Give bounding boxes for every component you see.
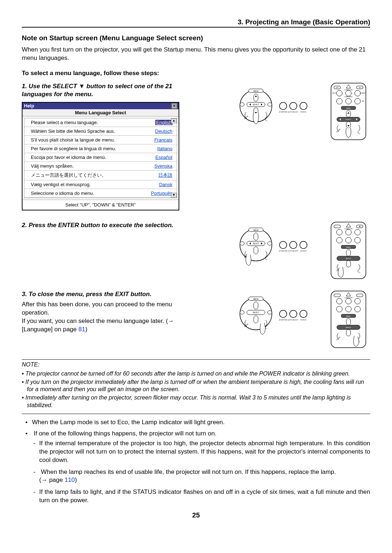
- note-item: If you turn on the projector immediately…: [22, 378, 370, 394]
- menu-prompt: Please select a menu language.: [31, 120, 98, 125]
- svg-text:MENU: MENU: [346, 315, 351, 317]
- svg-text:COMPONENT: COMPONENT: [344, 96, 353, 98]
- note-item: The projector cannot be turned off for 6…: [22, 370, 370, 378]
- menu-button-label: MENU: [253, 90, 259, 92]
- svg-text:SOURCE: SOURCE: [300, 111, 306, 113]
- svg-rect-68: [334, 225, 340, 228]
- svg-text:VIDEO: VIDEO: [332, 93, 336, 94]
- svg-text:AUTO ADJUST: AUTO ADJUST: [288, 319, 298, 321]
- section-header: 3. Projecting an Image (Basic Operation): [22, 18, 370, 28]
- menu-item-english[interactable]: Please select a menu language. English: [24, 118, 177, 127]
- note-label: NOTE:: [22, 361, 40, 368]
- menu-language-dialog: Help × Menu Language Select ▲ Please sel…: [22, 102, 179, 210]
- scroll-up-icon[interactable]: ▲: [171, 118, 177, 123]
- svg-point-57: [240, 242, 244, 245]
- page-link-81[interactable]: 81: [78, 326, 85, 333]
- menu-item-francais[interactable]: S'il vous plaît choisir la langue de men…: [24, 136, 177, 144]
- scroll-down-icon[interactable]: ▼: [171, 193, 177, 198]
- menu-prompt: Seleccione o idioma do menu.: [31, 191, 94, 196]
- close-icon[interactable]: ×: [171, 103, 177, 109]
- svg-text:SOURCE: SOURCE: [300, 319, 306, 321]
- menu-item-deutsch[interactable]: Wählen Sie bitte die Menü Sprache aus. D…: [24, 127, 177, 136]
- menu-item-italiano[interactable]: Per favore di scegliere la lingua di men…: [24, 144, 177, 153]
- svg-point-98: [279, 310, 287, 318]
- sub-bullet-item: If the lamp fails to light, and if the S…: [32, 488, 370, 505]
- svg-text:EXIT: EXIT: [264, 118, 268, 122]
- menu-lang: Italiano: [157, 146, 172, 151]
- remote-control-diagram-3: COMPUTER MENU SELECT ENTER EXIT: [330, 290, 367, 348]
- svg-point-10: [268, 103, 272, 106]
- menu-lang: English: [155, 120, 172, 125]
- note-block: NOTE: The projector cannot be turned off…: [22, 359, 370, 414]
- bullet-item: When the Lamp mode is set to Eco, the La…: [22, 418, 370, 427]
- menu-lang: Português: [151, 191, 172, 196]
- menu-lang: Svenska: [154, 163, 172, 169]
- svg-point-95: [268, 311, 272, 314]
- svg-text:3D REFORM: 3D REFORM: [279, 111, 287, 113]
- svg-point-58: [268, 242, 272, 245]
- svg-rect-84: [346, 261, 351, 267]
- page-link-110[interactable]: 110: [65, 476, 75, 483]
- steps-title: To select a menu language, follow these …: [22, 70, 370, 77]
- svg-text:SELECT: SELECT: [346, 119, 351, 120]
- select-button-label: SELECT: [253, 104, 259, 106]
- svg-point-70: [359, 226, 360, 227]
- svg-text:AUTO ADJUST: AUTO ADJUST: [288, 111, 298, 113]
- menu-item-japanese[interactable]: メニュー言語を選択してください。 日本語: [24, 171, 177, 180]
- menu-prompt: Wählen Sie bitte die Menü Sprache aus.: [31, 128, 115, 134]
- projector-control-diagram: MENU SELECT ENTER EXIT 3D REFORM: [236, 82, 309, 130]
- menu-prompt: Välj menyn språken.: [31, 163, 74, 169]
- menu-list: ▲ Please select a menu language. English…: [24, 118, 177, 198]
- menu-prompt: Escoja por favor el idioma de menú.: [31, 155, 106, 160]
- menu-prompt: Per favore di scegliere la lingua di men…: [31, 146, 116, 151]
- svg-text:ON: ON: [359, 87, 361, 89]
- step-1-row: 1. Use the SELECT ▼ button to select one…: [22, 82, 370, 210]
- remote-control-diagram: OFF ON COMPUTER VIDEO VIEWER COMPONENT L…: [330, 82, 367, 140]
- svg-rect-81: [346, 250, 351, 256]
- menu-lang: 日本語: [158, 172, 172, 179]
- svg-text:AUTO ADJUST: AUTO ADJUST: [288, 250, 298, 252]
- menu-lang: Español: [155, 155, 172, 160]
- svg-rect-38: [346, 111, 351, 117]
- svg-text:OFF: OFF: [336, 87, 339, 89]
- svg-text:3D REFORM: 3D REFORM: [279, 250, 287, 252]
- menu-item-svenska[interactable]: Välj menyn språken. Svenska: [24, 162, 177, 171]
- menu-subtitle: Menu Language Select: [23, 109, 179, 116]
- svg-point-94: [240, 311, 244, 314]
- menu-help-label: Help: [24, 103, 34, 109]
- svg-rect-106: [356, 294, 363, 297]
- menu-lang: Dansk: [159, 182, 172, 187]
- svg-text:LAN: LAN: [362, 101, 364, 102]
- svg-point-61: [279, 241, 287, 249]
- svg-text:SOURCE: SOURCE: [300, 250, 306, 252]
- svg-point-62: [290, 241, 297, 249]
- svg-text:SELECT: SELECT: [253, 243, 259, 245]
- svg-rect-55: [254, 233, 258, 240]
- intro-text: When you first turn on the projector, yo…: [22, 46, 370, 62]
- step-3-heading: 3. To close the menu, press the EXIT but…: [22, 290, 196, 298]
- step-2-row: 2. Press the ENTER button to execute the…: [22, 221, 370, 279]
- sub-bullet-item: When the lamp reaches its end of usable …: [32, 468, 370, 485]
- svg-text:VIEWER: VIEWER: [360, 93, 366, 94]
- svg-rect-93: [254, 316, 258, 323]
- menu-prompt: Vælg venligst et menusprog.: [31, 182, 91, 187]
- menu-item-espanol[interactable]: Escoja por favor el idioma de menú. Espa…: [24, 153, 177, 162]
- svg-point-9: [240, 103, 244, 106]
- menu-item-dansk[interactable]: Vælg venligst et menusprog. Dansk: [24, 180, 177, 189]
- projector-control-diagram-2: MENU SELECT ENTER EXIT 3D REFORM AUTO AD…: [236, 221, 309, 269]
- svg-rect-56: [254, 247, 258, 254]
- svg-rect-120: [346, 329, 351, 336]
- svg-rect-44: [346, 122, 351, 128]
- svg-text:3D REFORM: 3D REFORM: [279, 319, 287, 321]
- note-title: Note on Startup screen (Menu Language Se…: [22, 34, 370, 42]
- svg-point-99: [290, 310, 297, 318]
- svg-text:MENU: MENU: [253, 229, 259, 231]
- menu-item-portugues[interactable]: Seleccione o idioma do menu. Português: [24, 189, 177, 198]
- svg-rect-117: [346, 319, 351, 325]
- step-1-heading: 1. Use the SELECT ▼ button to select one…: [22, 82, 196, 98]
- projector-control-diagram-3: MENU SELECT ENTER EXIT 3D REFORM AUTO AD…: [236, 290, 309, 337]
- svg-text:SELECT: SELECT: [253, 312, 259, 314]
- menu-lang: Français: [154, 137, 172, 143]
- menu-prompt: S'il vous plaît choisir la langue de men…: [31, 137, 115, 143]
- svg-rect-105: [334, 294, 340, 297]
